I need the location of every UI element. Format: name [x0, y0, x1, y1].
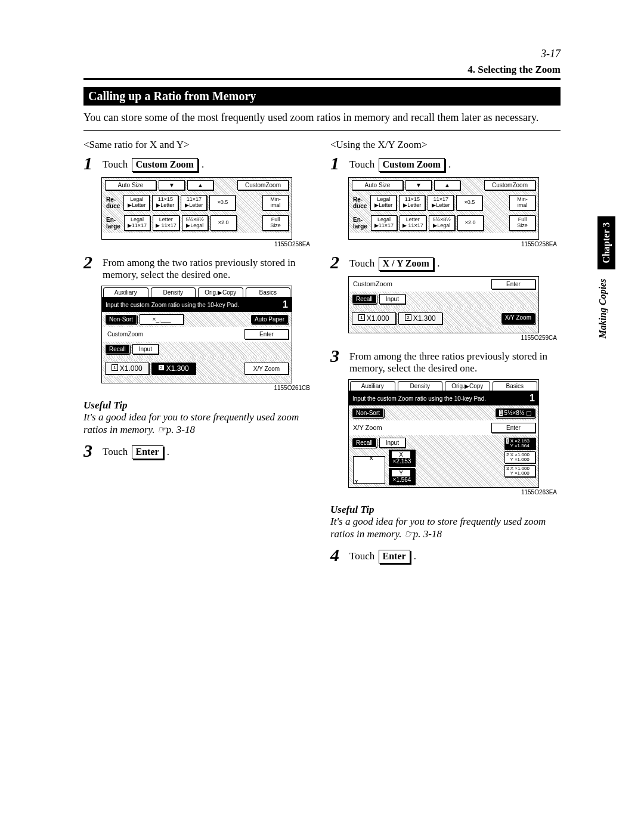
useful-tip-heading: Useful Tip	[330, 504, 561, 516]
custom-zoom-button[interactable]: CustomZoom	[237, 180, 289, 190]
tab-auxiliary[interactable]: Auxiliary	[103, 287, 148, 297]
enter-button[interactable]: Enter	[491, 423, 535, 433]
paper-size-button[interactable]: 1 5½×8½ ▢	[495, 408, 535, 418]
zoom-up-button[interactable]: ▲	[187, 180, 213, 190]
tab-density[interactable]: Density	[398, 381, 443, 391]
useful-tip: It's a good idea for you to store freque…	[83, 411, 314, 436]
preset-button[interactable]: Letter ▶ 11×17	[153, 215, 179, 231]
preset-button[interactable]: Legal ▶Letter	[123, 195, 150, 210]
step-text: Touch	[349, 258, 374, 269]
input-button[interactable]: Input	[379, 438, 405, 448]
section-heading: 4. Selecting the Zoom	[83, 64, 561, 76]
xy-zoom-button[interactable]: X/Y Zoom	[501, 312, 535, 324]
tab-basics[interactable]: Basics	[493, 381, 538, 391]
image-id: 1155O258EA	[330, 241, 557, 247]
image-id: 1155O258EA	[83, 241, 310, 247]
custom-zoom-button[interactable]: Custom Zoom	[379, 158, 445, 172]
memory-preset-3[interactable]: 3 X ×1.000 Y ×1.000	[504, 465, 535, 477]
memory-ratio-2[interactable]: 2X1.300	[151, 363, 196, 374]
auto-paper-button[interactable]: Auto Paper	[250, 314, 289, 324]
preset-button[interactable]: Full Size	[262, 215, 289, 231]
making-copies-tab: Making Copies	[597, 277, 615, 341]
preset-button[interactable]: ×2.0	[210, 215, 237, 231]
recall-button[interactable]: Recall	[352, 438, 377, 448]
preset-button[interactable]: 5½×8½ ▶Legal	[429, 215, 455, 231]
custom-zoom-label: CustomZoom	[352, 279, 394, 289]
memory-ratio-2[interactable]: 2X1.300	[398, 312, 442, 324]
left-subhead: <Same ratio for X and Y>	[83, 139, 314, 151]
tab-orig-copy[interactable]: Orig.▶Copy	[445, 381, 490, 391]
lcd-panel-custom-zoom: Auxiliary Density Orig.▶Copy Basics Inpu…	[101, 286, 292, 383]
preset-button[interactable]: ×2.0	[457, 215, 484, 231]
right-step-3: 3 From among the three ratios previously…	[330, 347, 561, 374]
divider	[83, 130, 561, 131]
step-text: Touch	[103, 446, 128, 457]
preset-button[interactable]: 11×17 ▶Letter	[181, 195, 207, 210]
preset-button[interactable]: ×0.5	[209, 195, 236, 210]
xy-diagram-icon: X Y	[353, 456, 385, 484]
enter-button[interactable]: Enter	[244, 329, 289, 339]
right-step-4: 4 Touch Enter .	[330, 546, 561, 564]
preset-button[interactable]: Full Size	[509, 215, 535, 231]
preset-button[interactable]: Legal ▶Letter	[370, 195, 397, 210]
step-number: 1	[83, 154, 97, 172]
copy-count: 1	[283, 299, 288, 310]
step-text: Touch	[103, 159, 128, 170]
step-text: From among the two ratios previously sto…	[103, 253, 314, 281]
useful-tip-heading: Useful Tip	[83, 400, 314, 411]
right-step-1: 1 Touch Custom Zoom .	[330, 154, 561, 172]
custom-zoom-button[interactable]: Custom Zoom	[132, 158, 198, 172]
recall-button[interactable]: Recall	[105, 344, 130, 354]
enter-button[interactable]: Enter	[132, 445, 163, 459]
preset-button[interactable]: ×0.5	[456, 195, 482, 210]
step-text: Touch	[349, 550, 374, 562]
enter-button[interactable]: Enter	[379, 550, 410, 563]
step-text: From among the three ratios previously s…	[349, 347, 561, 374]
preset-button[interactable]: Legal ▶11×17	[124, 215, 150, 231]
custom-zoom-button[interactable]: CustomZoom	[484, 180, 535, 190]
tab-density[interactable]: Density	[151, 287, 196, 297]
tab-auxiliary[interactable]: Auxiliary	[350, 381, 395, 391]
step-number: 2	[83, 253, 97, 271]
left-step-1: 1 Touch Custom Zoom .	[83, 154, 314, 172]
non-sort-button[interactable]: Non-Sort	[352, 408, 384, 418]
preset-button[interactable]: Letter ▶ 11×17	[400, 215, 426, 231]
preset-button[interactable]: Min- imal	[262, 195, 289, 210]
non-sort-button[interactable]: Non-Sort	[105, 314, 137, 324]
right-column: <Using the X/Y Zoom> 1 Touch Custom Zoom…	[330, 139, 561, 568]
input-button[interactable]: Input	[379, 294, 405, 304]
x-ratio-display: X×2.153	[389, 450, 415, 466]
step-text: Touch	[349, 159, 374, 170]
zoom-down-button[interactable]: ▼	[405, 180, 432, 190]
preset-button[interactable]: 11×17 ▶Letter	[428, 195, 454, 210]
preset-button[interactable]: 11×15 ▶Letter	[399, 195, 425, 210]
auto-size-button[interactable]: Auto Size	[352, 180, 403, 190]
xy-zoom-button[interactable]: X / Y Zoom	[379, 257, 434, 271]
xy-zoom-label: X/Y Zoom	[352, 423, 383, 433]
xy-zoom-button[interactable]: X/Y Zoom	[244, 363, 289, 374]
preset-button[interactable]: 5½×8½ ▶Legal	[182, 215, 208, 231]
memory-ratio-1[interactable]: 1X1.000	[105, 363, 149, 374]
memory-ratio-1[interactable]: 1X1.000	[352, 312, 396, 324]
up-arrow-icon: ▲	[437, 182, 457, 188]
side-tabs: Making Copies Chapter 3	[597, 216, 615, 341]
enlarge-label: En- large	[352, 215, 369, 231]
memory-preset-2[interactable]: 2 X ×1.000 Y ×1.000	[504, 451, 535, 463]
memory-preset-1[interactable]: 1 X ×2.153 Y ×1.564	[504, 438, 535, 450]
recall-button[interactable]: Recall	[352, 294, 377, 304]
preset-button[interactable]: Legal ▶11×17	[371, 215, 397, 231]
zoom-down-button[interactable]: ▼	[159, 180, 185, 190]
tab-basics[interactable]: Basics	[246, 287, 291, 297]
input-button[interactable]: Input	[132, 344, 159, 354]
zoom-up-button[interactable]: ▲	[434, 180, 460, 190]
preset-button[interactable]: 11×15 ▶Letter	[152, 195, 178, 210]
down-arrow-icon: ▼	[162, 182, 182, 188]
auto-size-button[interactable]: Auto Size	[105, 180, 156, 190]
enter-button[interactable]: Enter	[491, 279, 535, 289]
tab-orig-copy[interactable]: Orig.▶Copy	[198, 287, 243, 297]
preset-button[interactable]: Min- imal	[509, 195, 535, 210]
chapter-tab: Chapter 3	[597, 216, 615, 270]
enlarge-label: En- large	[105, 215, 122, 231]
reduce-label: Re- duce	[105, 195, 121, 210]
divider	[83, 78, 561, 80]
